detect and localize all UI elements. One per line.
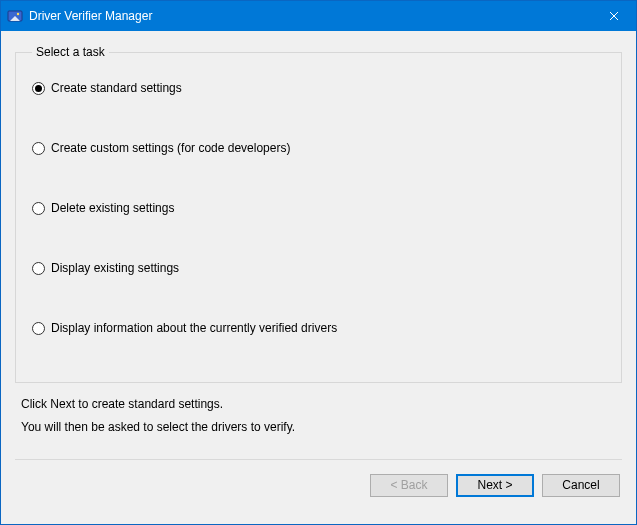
window-frame: Driver Verifier Manager Select a task Cr… <box>0 0 637 525</box>
radio-icon <box>32 82 45 95</box>
radio-create-custom[interactable]: Create custom settings (for code develop… <box>32 141 605 155</box>
separator <box>15 459 622 460</box>
radio-delete-existing[interactable]: Delete existing settings <box>32 201 605 215</box>
window-title: Driver Verifier Manager <box>29 9 591 23</box>
radio-label: Delete existing settings <box>51 201 174 215</box>
client-area: Select a task Create standard settings C… <box>1 31 636 524</box>
groupbox-legend: Select a task <box>32 45 109 59</box>
radio-create-standard[interactable]: Create standard settings <box>32 81 605 95</box>
radio-icon <box>32 202 45 215</box>
radio-label: Display information about the currently … <box>51 321 337 335</box>
radio-icon <box>32 322 45 335</box>
back-button[interactable]: < Back <box>370 474 448 497</box>
app-icon <box>7 8 23 24</box>
radio-icon <box>32 262 45 275</box>
next-button[interactable]: Next > <box>456 474 534 497</box>
hint-line-2: You will then be asked to select the dri… <box>21 416 622 439</box>
radio-label: Create standard settings <box>51 81 182 95</box>
radio-display-info[interactable]: Display information about the currently … <box>32 321 605 335</box>
radio-icon <box>32 142 45 155</box>
task-groupbox: Select a task Create standard settings C… <box>15 45 622 383</box>
radio-label: Create custom settings (for code develop… <box>51 141 290 155</box>
radio-label: Display existing settings <box>51 261 179 275</box>
close-button[interactable] <box>591 1 636 31</box>
hint-text: Click Next to create standard settings. … <box>15 393 622 439</box>
wizard-buttons: < Back Next > Cancel <box>15 474 622 499</box>
svg-point-1 <box>17 13 19 15</box>
radio-display-existing[interactable]: Display existing settings <box>32 261 605 275</box>
titlebar[interactable]: Driver Verifier Manager <box>1 1 636 31</box>
hint-line-1: Click Next to create standard settings. <box>21 393 622 416</box>
cancel-button[interactable]: Cancel <box>542 474 620 497</box>
